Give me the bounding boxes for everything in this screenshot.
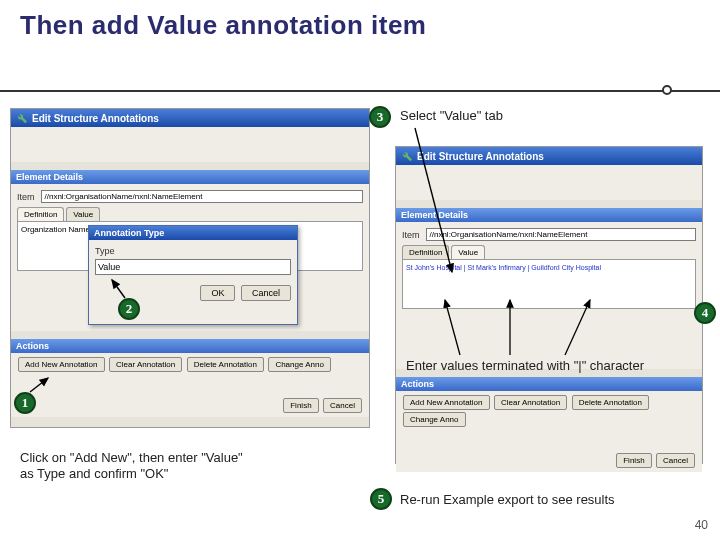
window-titlebar: Edit Structure Annotations	[11, 109, 369, 127]
slide-title: Then add Value annotation item	[20, 10, 700, 41]
values-text: St John's Hospital | St Mark's Infirmary…	[406, 264, 601, 271]
callout-text-4: Enter values terminated with "|" charact…	[406, 358, 666, 374]
dialog-cancel-button[interactable]: Cancel	[241, 285, 291, 301]
wrench-icon	[401, 150, 413, 162]
cancel-button[interactable]: Cancel	[323, 398, 362, 413]
delete-annotation-button[interactable]: Delete Annotation	[572, 395, 649, 410]
page-number: 40	[695, 518, 708, 532]
actions-header: Actions	[396, 377, 702, 391]
change-annotation-button[interactable]: Change Anno	[268, 357, 331, 372]
item-path-field[interactable]: //nxnl:OrganisationName/nxnl:NameElement	[426, 228, 696, 241]
item-label: Item	[17, 192, 35, 202]
callout-5: 5	[370, 488, 392, 510]
tab-content-value: St John's Hospital | St Mark's Infirmary…	[402, 259, 696, 309]
finish-button[interactable]: Finish	[283, 398, 318, 413]
window-title-text: Edit Structure Annotations	[32, 113, 159, 124]
element-details-header: Element Details	[11, 170, 369, 184]
tab-definition[interactable]: Definition	[17, 207, 64, 221]
ok-button[interactable]: OK	[200, 285, 235, 301]
dialog-titlebar: Annotation Type	[89, 226, 297, 240]
change-annotation-button[interactable]: Change Anno	[403, 412, 466, 427]
definition-text: Organization Name	[21, 225, 90, 234]
window-titlebar: Edit Structure Annotations	[396, 147, 702, 165]
type-label: Type	[95, 246, 291, 256]
tab-value[interactable]: Value	[66, 207, 100, 221]
title-rule	[0, 88, 720, 92]
callout-1: 1	[14, 392, 36, 414]
clear-annotation-button[interactable]: Clear Annotation	[109, 357, 182, 372]
item-label: Item	[402, 230, 420, 240]
item-path-field[interactable]: //nxnl:OrganisationName/nxnl:NameElement	[41, 190, 363, 203]
delete-annotation-button[interactable]: Delete Annotation	[187, 357, 264, 372]
clear-annotation-button[interactable]: Clear Annotation	[494, 395, 567, 410]
callout-2: 2	[118, 298, 140, 320]
add-new-annotation-button[interactable]: Add New Annotation	[18, 357, 105, 372]
callout-4: 4	[694, 302, 716, 324]
callout-text-3: Select "Value" tab	[400, 108, 503, 124]
tab-definition[interactable]: Definition	[402, 245, 449, 259]
finish-button[interactable]: Finish	[616, 453, 651, 468]
cancel-button[interactable]: Cancel	[656, 453, 695, 468]
callout-text-1: Click on "Add New", then enter "Value" a…	[20, 450, 260, 483]
wrench-icon	[16, 112, 28, 124]
callout-text-5: Re-run Example export to see results	[400, 492, 680, 508]
actions-header: Actions	[11, 339, 369, 353]
tab-value[interactable]: Value	[451, 245, 485, 259]
callout-3: 3	[369, 106, 391, 128]
screenshot-right: Edit Structure Annotations Element Detai…	[395, 146, 703, 464]
element-details-header: Element Details	[396, 208, 702, 222]
type-input[interactable]	[95, 259, 291, 275]
window-title-text: Edit Structure Annotations	[417, 151, 544, 162]
add-new-annotation-button[interactable]: Add New Annotation	[403, 395, 490, 410]
